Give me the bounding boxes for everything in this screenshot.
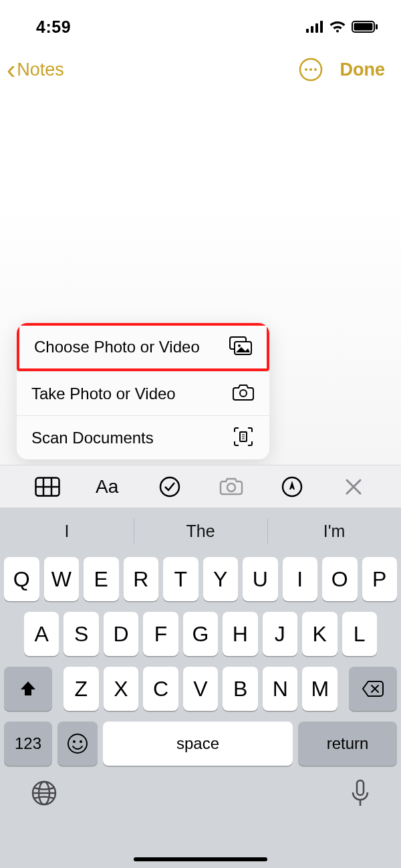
svg-text:Aa: Aa: [96, 477, 119, 497]
svg-rect-12: [235, 342, 251, 354]
close-icon: [345, 478, 362, 496]
svg-rect-3: [320, 21, 323, 33]
key-v[interactable]: V: [183, 667, 219, 711]
key-p[interactable]: P: [362, 557, 398, 601]
keyboard: I The I'm QWERTYUIOP ASDFGHJKL ZXCVBNM 1…: [0, 508, 401, 868]
key-z[interactable]: Z: [63, 667, 99, 711]
back-button[interactable]: ‹ Notes: [7, 56, 64, 83]
key-g[interactable]: G: [183, 612, 218, 656]
key-k[interactable]: K: [302, 612, 337, 656]
return-key[interactable]: return: [298, 722, 397, 766]
predictive-bar: I The I'm: [0, 508, 401, 554]
table-icon: [35, 477, 60, 497]
scan-document-icon: [232, 427, 255, 449]
key-b[interactable]: B: [223, 667, 258, 711]
key-e[interactable]: E: [84, 557, 119, 601]
battery-icon: [352, 21, 378, 33]
wifi-icon: [329, 20, 346, 33]
key-c[interactable]: C: [143, 667, 178, 711]
key-r[interactable]: R: [124, 557, 159, 601]
key-t[interactable]: T: [163, 557, 198, 601]
menu-item-take-photo[interactable]: Take Photo or Video: [17, 371, 269, 415]
table-button[interactable]: [34, 473, 61, 500]
prediction-2[interactable]: The: [134, 508, 267, 554]
svg-point-9: [309, 68, 312, 71]
svg-point-24: [68, 734, 87, 753]
shift-icon: [19, 679, 37, 698]
key-x[interactable]: X: [104, 667, 139, 711]
key-s[interactable]: S: [63, 612, 98, 656]
photo-library-icon: [229, 336, 252, 358]
numbers-key[interactable]: 123: [4, 722, 52, 766]
svg-point-14: [240, 390, 247, 397]
nav-bar: ‹ Notes Done: [0, 39, 401, 83]
insert-menu: Choose Photo or Video Take Photo or Vide…: [17, 323, 269, 459]
shift-key[interactable]: [4, 667, 52, 711]
key-d[interactable]: D: [104, 612, 138, 656]
space-key[interactable]: space: [103, 722, 293, 766]
svg-rect-5: [354, 23, 373, 31]
checkmark-circle-icon: [159, 476, 180, 498]
svg-rect-2: [315, 23, 318, 33]
key-i[interactable]: I: [283, 557, 318, 601]
camera-icon: [232, 384, 255, 404]
key-n[interactable]: N: [263, 667, 298, 711]
menu-item-choose-photo[interactable]: Choose Photo or Video: [17, 323, 269, 371]
menu-item-scan-documents[interactable]: Scan Documents: [17, 415, 269, 459]
key-u[interactable]: U: [243, 557, 278, 601]
backspace-key[interactable]: [349, 667, 397, 711]
svg-point-22: [227, 483, 235, 492]
more-button[interactable]: [299, 58, 323, 82]
svg-rect-6: [376, 24, 378, 29]
key-h[interactable]: H: [223, 612, 257, 656]
notes-toolbar: Aa: [0, 465, 401, 508]
key-f[interactable]: F: [143, 612, 178, 656]
chevron-left-icon: ‹: [7, 56, 15, 83]
camera-toolbar-button[interactable]: [218, 473, 245, 500]
key-y[interactable]: Y: [203, 557, 239, 601]
svg-point-8: [305, 68, 307, 71]
text-format-icon: Aa: [96, 477, 122, 497]
svg-point-21: [160, 477, 179, 496]
status-bar: 4:59: [0, 0, 401, 39]
text-format-button[interactable]: Aa: [96, 473, 122, 500]
prediction-3[interactable]: I'm: [267, 508, 401, 554]
back-label: Notes: [17, 60, 64, 80]
markup-button[interactable]: [279, 473, 305, 500]
globe-icon: [31, 780, 57, 806]
svg-point-26: [80, 740, 82, 743]
menu-item-label: Scan Documents: [31, 429, 154, 447]
mic-icon: [350, 779, 370, 807]
home-indicator[interactable]: [134, 857, 267, 861]
svg-rect-30: [357, 780, 364, 795]
menu-item-label: Choose Photo or Video: [34, 338, 200, 356]
done-button[interactable]: Done: [340, 60, 386, 80]
key-w[interactable]: W: [44, 557, 80, 601]
emoji-icon: [67, 733, 88, 754]
globe-key[interactable]: [31, 780, 57, 809]
svg-point-25: [73, 740, 76, 743]
markup-icon: [281, 476, 303, 498]
prediction-1[interactable]: I: [0, 508, 134, 554]
svg-point-13: [238, 344, 241, 347]
key-a[interactable]: A: [24, 612, 59, 656]
status-time: 4:59: [36, 17, 71, 37]
key-j[interactable]: J: [263, 612, 297, 656]
cellular-icon: [306, 21, 323, 33]
note-body[interactable]: [0, 83, 401, 310]
key-m[interactable]: M: [302, 667, 338, 711]
ellipsis-circle-icon: [299, 58, 323, 82]
svg-rect-0: [306, 29, 309, 33]
key-q[interactable]: Q: [4, 557, 39, 601]
status-indicators: [306, 20, 378, 33]
svg-point-10: [314, 68, 317, 71]
emoji-key[interactable]: [57, 722, 98, 766]
dictation-key[interactable]: [350, 779, 370, 810]
backspace-icon: [362, 680, 384, 697]
key-o[interactable]: O: [322, 557, 358, 601]
menu-item-label: Take Photo or Video: [31, 385, 176, 403]
key-l[interactable]: L: [342, 612, 377, 656]
svg-rect-1: [311, 26, 313, 33]
checklist-button[interactable]: [156, 473, 183, 500]
close-toolbar-button[interactable]: [340, 473, 367, 500]
